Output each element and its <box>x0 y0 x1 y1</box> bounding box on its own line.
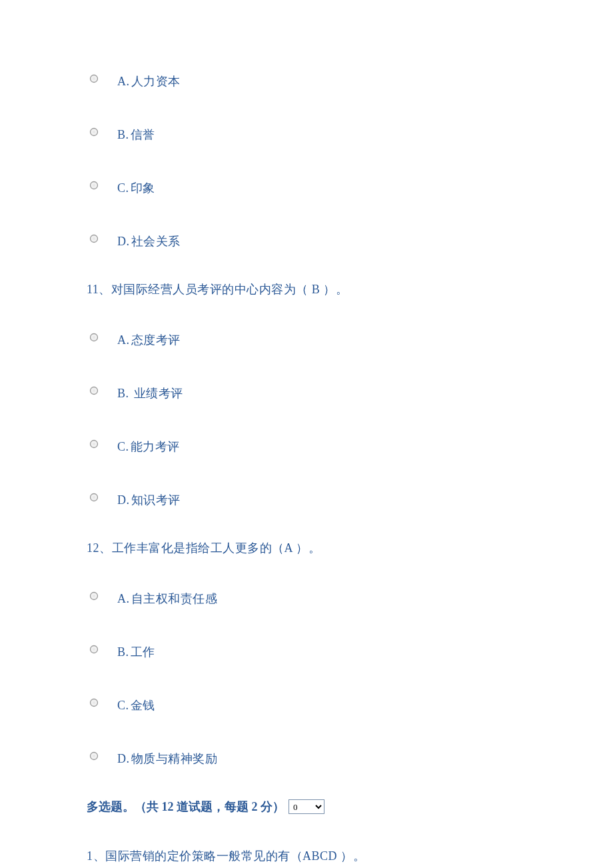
score-select[interactable]: 0 <box>289 799 324 814</box>
option-text: A.态度考评 <box>117 332 181 348</box>
radio-icon[interactable] <box>89 698 99 707</box>
svg-point-19 <box>93 648 95 651</box>
option-text: D.社会关系 <box>117 233 181 249</box>
radio-icon[interactable] <box>89 386 99 395</box>
question-text: 12、工作丰富化是指给工人更多的（A ）。 <box>87 540 526 556</box>
radio-icon[interactable] <box>89 645 99 654</box>
option-row: C.能力考评 <box>87 439 526 455</box>
option-row: C.金钱 <box>87 697 526 713</box>
svg-point-17 <box>93 595 95 597</box>
radio-icon[interactable] <box>89 181 99 190</box>
radio-icon[interactable] <box>89 333 99 342</box>
section-title: 多选题。（共 12 道试题，每题 2 分） <box>87 799 285 815</box>
option-row: B.信誉 <box>87 127 526 143</box>
option-row: A.态度考评 <box>87 332 526 348</box>
radio-icon[interactable] <box>89 439 99 449</box>
svg-point-1 <box>93 77 95 80</box>
svg-point-5 <box>93 184 95 187</box>
option-text: B.工作 <box>117 644 155 660</box>
svg-point-11 <box>93 389 95 392</box>
radio-icon[interactable] <box>89 493 99 502</box>
option-row: D.知识考评 <box>87 492 526 508</box>
option-row: D.社会关系 <box>87 233 526 249</box>
svg-point-21 <box>93 701 95 704</box>
option-row: D.物质与精神奖励 <box>87 751 526 767</box>
option-row: A.自主权和责任感 <box>87 591 526 607</box>
radio-icon[interactable] <box>89 234 99 243</box>
option-row: B. 业绩考评 <box>87 385 526 401</box>
svg-point-13 <box>93 443 95 445</box>
radio-icon[interactable] <box>89 74 99 83</box>
option-text: D.知识考评 <box>117 492 181 508</box>
svg-point-7 <box>93 237 95 240</box>
section-header-row: 多选题。（共 12 道试题，每题 2 分） 0 <box>87 799 526 815</box>
option-text: B. 业绩考评 <box>117 385 183 401</box>
radio-icon[interactable] <box>89 751 99 761</box>
question-text: 1、国际营销的定价策略一般常见的有（ABCD ）。 <box>87 848 526 864</box>
radio-icon[interactable] <box>89 127 99 137</box>
option-row: C.印象 <box>87 180 526 196</box>
svg-point-15 <box>93 496 95 499</box>
radio-icon[interactable] <box>89 591 99 601</box>
option-text: B.信誉 <box>117 127 155 143</box>
svg-point-23 <box>93 755 95 757</box>
option-text: A.自主权和责任感 <box>117 591 217 607</box>
option-row: A.人力资本 <box>87 73 526 89</box>
option-text: C.金钱 <box>117 697 155 713</box>
option-text: C.能力考评 <box>117 439 180 455</box>
question-text: 11、对国际经营人员考评的中心内容为（ B ）。 <box>87 281 526 297</box>
option-text: D.物质与精神奖励 <box>117 751 217 767</box>
option-text: A.人力资本 <box>117 73 181 89</box>
option-row: B.工作 <box>87 644 526 660</box>
svg-point-9 <box>93 336 95 339</box>
document-content: A.人力资本 B.信誉 C.印象 D.社会关系 11、对国际经营人员考评的中心内… <box>0 0 613 868</box>
option-text: C.印象 <box>117 180 155 196</box>
svg-point-3 <box>93 131 95 133</box>
